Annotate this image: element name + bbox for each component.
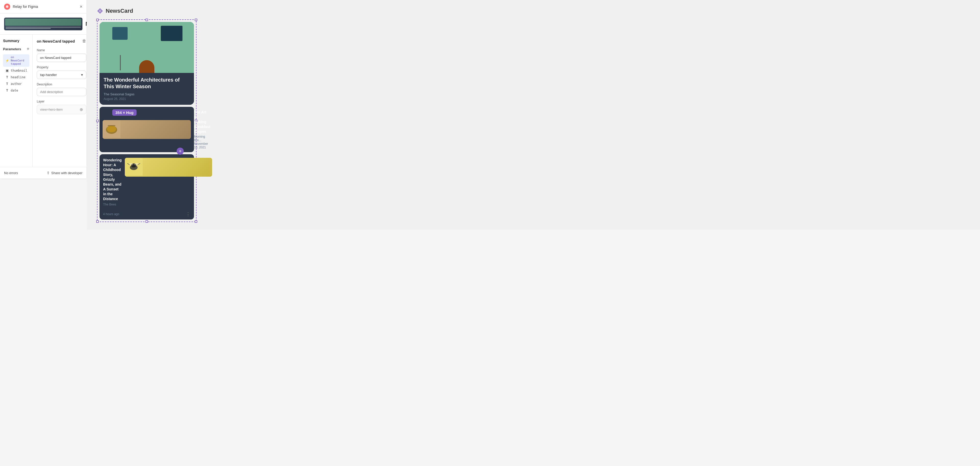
size-badge-label: 354 × Hug [115,110,134,115]
app-name: Relay for Figma [13,5,38,9]
share-button[interactable]: ⇧ Share with developer [47,171,83,175]
handle-top-right[interactable] [195,19,197,21]
svg-point-13 [134,163,138,165]
handle-mid-left[interactable] [96,120,99,122]
share-icon: ⇧ [47,171,50,175]
svg-rect-6 [108,125,115,126]
summary-label: Summary [3,39,29,43]
property-select[interactable]: tap-handler ▾ [37,71,86,79]
window-left [112,27,127,40]
panel-footer: No errors ⇧ Share with developer [0,167,86,178]
newscard-inner: The Wonderful Architectures of This Wint… [100,22,194,219]
app-title-row: Relay for Figma [4,3,38,10]
chevron-down-icon: ▾ [81,73,83,77]
name-label: Name [37,48,86,52]
param-label-event: on NewsCard tapped [11,55,27,65]
component-header: NewsCard ⋮ [0,14,86,35]
description-input[interactable] [37,88,86,96]
svg-point-0 [6,5,8,8]
param-item-date[interactable]: T date [3,87,29,94]
small-card-2-top: Wondering Hour: A Childhood Story, Grizz… [103,158,190,206]
field-name: Name [37,48,86,62]
thumb-text-lines [5,26,81,29]
thumb-image-area [5,19,81,26]
more-icon[interactable]: ⋮ [186,211,190,217]
canvas-title: NewsCard [106,8,133,14]
shutter [177,26,183,41]
handle-bottom-right[interactable] [195,220,197,223]
detail-header: on NewsCard tapped 🗑 [37,39,86,43]
property-value: tap-handler [40,73,57,77]
param-item-headline[interactable]: T headline [3,74,29,80]
lamp-post [120,55,121,70]
small-card-2[interactable]: Wondering Hour: A Childhood Story, Grizz… [100,154,194,219]
handle-bottom-mid[interactable] [145,220,148,223]
handle-top-mid[interactable] [145,19,148,21]
hero-image [100,22,194,73]
svg-point-12 [129,163,133,165]
relay-logo [4,3,10,10]
hero-content: The Wonderful Architectures of This Wint… [100,73,194,105]
text-icon-author: T [5,82,9,86]
add-param-icon[interactable]: + [27,46,30,52]
share-label: Share with developer [51,171,83,175]
name-input[interactable] [37,54,86,62]
small-card-2-footer: 4 hours ago ⋮ [103,209,190,219]
description-label: Description [37,82,86,86]
hero-card[interactable]: The Wonderful Architectures of This Wint… [100,22,194,105]
plus-badge[interactable]: + [177,147,184,155]
param-label-author: author [11,82,22,86]
thumb-line-1 [6,27,81,27]
hero-author: The Seasonal Sagas [103,92,190,96]
svg-point-5 [107,126,116,132]
layer-label: Layer [37,100,86,103]
layer-value: view=hero-item [40,108,63,111]
figma-diamond-icon [97,8,103,14]
property-label: Property [37,65,86,69]
params-sidebar: Summary Parameters + ⚡ on NewsCard tappe… [0,35,33,167]
text-icon-headline: T [5,76,9,79]
small-card-2-thumb [125,158,212,177]
param-label-thumbnail: thumbnail [11,69,27,72]
hero-title: The Wonderful Architectures of This Wint… [103,76,190,90]
layer-value-row: view=hero-item ⊕ [37,105,86,114]
small-card-2-time: 4 hours ago [103,212,119,216]
close-icon[interactable]: × [80,4,83,9]
small-card-1-title: The Art of Making Breakfast Crepes [194,110,210,134]
hero-date: August 25, 2021 [103,97,190,101]
small-card-2-author: The Bees [103,203,122,206]
newscard-container: The Wonderful Architectures of This Wint… [97,19,197,222]
param-label-date: date [11,89,18,92]
params-header: Parameters + [3,46,29,52]
canvas-header: NewsCard [97,8,970,14]
small-card-1-meta: Morning Bre... November 10, 2021 [194,135,210,149]
component-thumbnail [4,17,83,30]
small-card-1-content: The Art of Making Breakfast Crepes Morni… [194,110,210,149]
left-panel: Relay for Figma × NewsCard ⋮ Summary Par… [0,0,87,178]
param-label-headline: headline [11,76,25,79]
panel-body: Summary Parameters + ⚡ on NewsCard tappe… [0,35,86,167]
no-errors-label: No errors [4,171,18,175]
detail-title: on NewsCard tapped [37,39,75,43]
field-layer: Layer view=hero-item ⊕ [37,100,86,114]
parameters-label: Parameters [3,47,21,51]
param-item-author[interactable]: T author [3,81,29,87]
param-item-event[interactable]: ⚡ on NewsCard tapped [3,54,29,67]
event-icon: ⚡ [5,59,9,62]
thumb-line-2 [6,28,51,29]
target-icon[interactable]: ⊕ [80,107,83,112]
small-card-2-title: Wondering Hour: A Childhood Story, Grizz… [103,158,122,201]
small-card-2-content: Wondering Hour: A Childhood Story, Grizz… [103,158,122,206]
text-icon-date: T [5,89,9,92]
image-icon: ▣ [5,68,9,72]
detail-panel: on NewsCard tapped 🗑 Name Property tap-h… [33,35,90,167]
field-property: Property tap-handler ▾ [37,65,86,79]
small-card-1-thumb [103,120,191,139]
handle-top-left[interactable] [96,19,99,21]
handle-bottom-left[interactable] [96,220,99,223]
delete-icon[interactable]: 🗑 [82,39,86,43]
param-item-thumbnail[interactable]: ▣ thumbnail [3,67,29,74]
canvas-area: NewsCard The Wonderfu [87,0,980,230]
field-row: Name Property tap-handler ▾ Description [37,48,86,114]
small-card-1-wrapper: The Art of Making Breakfast Crepes Morni… [100,107,194,152]
